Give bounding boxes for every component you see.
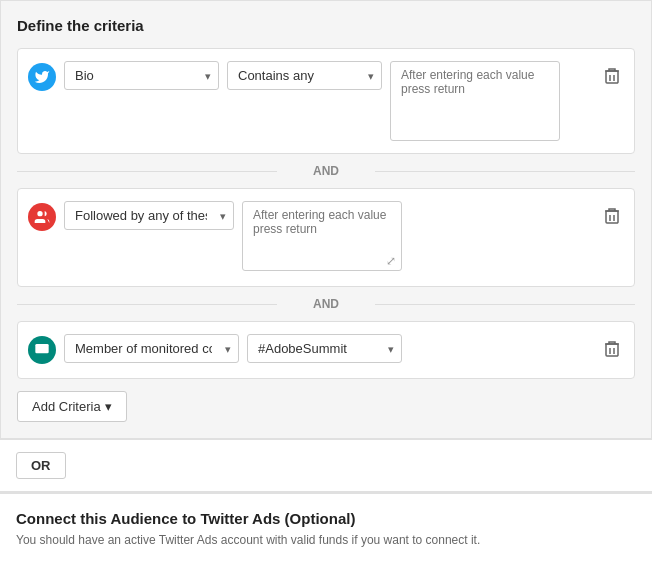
delete-button-1[interactable] (600, 63, 624, 93)
users-icon (28, 203, 56, 231)
field-select-3[interactable]: Member of monitored conv... (64, 334, 239, 363)
connect-desc: You should have an active Twitter Ads ac… (16, 533, 636, 547)
svg-rect-7 (35, 344, 48, 353)
or-button[interactable]: OR (16, 452, 66, 479)
criteria-row-2: Followed by any of these a... ⤢ (28, 201, 624, 274)
svg-point-3 (37, 211, 42, 216)
hashtag-select-wrapper: #AdobeSummit (247, 334, 402, 363)
and-divider-2: AND (17, 297, 635, 311)
criteria-row-1: Bio Contains any (28, 61, 624, 141)
delete-button-3[interactable] (600, 336, 624, 366)
criteria-title: Define the criteria (17, 17, 635, 34)
criteria-block-2: Followed by any of these a... ⤢ (17, 188, 635, 287)
condition-select-wrapper-1: Contains any (227, 61, 382, 90)
or-section: OR (0, 439, 652, 491)
criteria-controls-3: Member of monitored conv... #AdobeSummit (64, 334, 592, 363)
add-criteria-button[interactable]: Add Criteria ▾ (17, 391, 127, 422)
svg-rect-4 (606, 211, 618, 223)
criteria-block-3: Member of monitored conv... #AdobeSummit (17, 321, 635, 379)
value-input-1[interactable] (390, 61, 560, 141)
monitor-icon (28, 336, 56, 364)
hashtag-select[interactable]: #AdobeSummit (247, 334, 402, 363)
value-input-2[interactable] (242, 201, 402, 271)
connect-title: Connect this Audience to Twitter Ads (Op… (16, 510, 636, 527)
svg-rect-10 (606, 344, 618, 356)
field-select-wrapper-2: Followed by any of these a... (64, 201, 234, 230)
value-input-wrapper-2: ⤢ (242, 201, 402, 274)
criteria-controls-2: Followed by any of these a... ⤢ (64, 201, 592, 274)
field-select-wrapper-3: Member of monitored conv... (64, 334, 239, 363)
chevron-down-icon: ▾ (105, 399, 112, 414)
expand-icon: ⤢ (386, 254, 396, 268)
svg-rect-0 (606, 71, 618, 83)
twitter-icon (28, 63, 56, 91)
field-select-2[interactable]: Followed by any of these a... (64, 201, 234, 230)
field-select-wrapper-1: Bio (64, 61, 219, 90)
field-select-1[interactable]: Bio (64, 61, 219, 90)
criteria-block-1: Bio Contains any (17, 48, 635, 154)
criteria-row-3: Member of monitored conv... #AdobeSummit (28, 334, 624, 366)
and-divider-1: AND (17, 164, 635, 178)
connect-section: Connect this Audience to Twitter Ads (Op… (0, 491, 652, 563)
delete-button-2[interactable] (600, 203, 624, 233)
criteria-section: Define the criteria Bio Contains any (0, 0, 652, 439)
condition-select-1[interactable]: Contains any (227, 61, 382, 90)
criteria-controls-1: Bio Contains any (64, 61, 592, 141)
